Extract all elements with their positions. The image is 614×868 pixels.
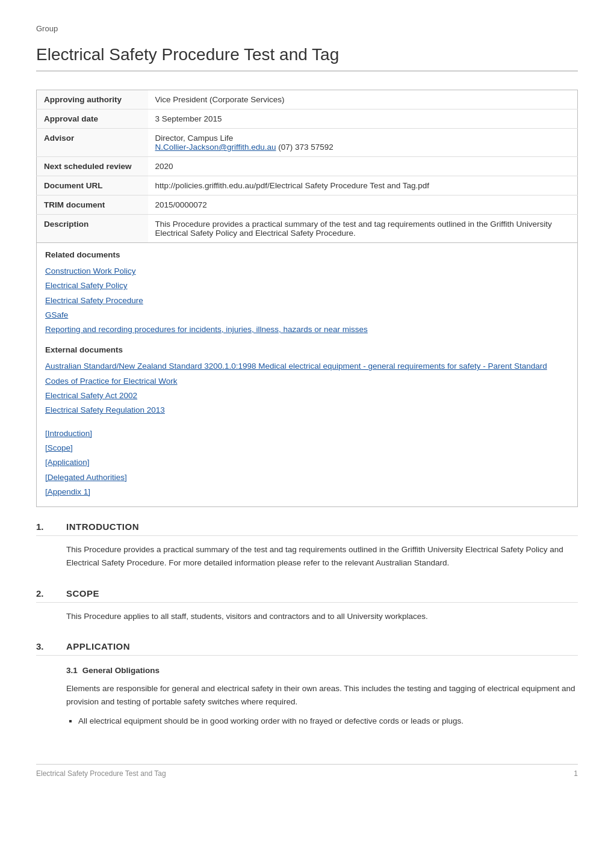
footer-right: 1 xyxy=(574,769,578,778)
external-doc-link[interactable]: Australian Standard/New Zealand Standard… xyxy=(45,359,569,374)
page-title: Electrical Safety Procedure Test and Tag xyxy=(36,45,578,72)
metadata-row: Next scheduled review2020 xyxy=(37,157,578,176)
advisor-email-link[interactable]: N.Collier-Jackson@griffith.edu.au xyxy=(155,143,276,152)
metadata-row: TRIM document2015/0000072 xyxy=(37,195,578,215)
nav-link[interactable]: [Application] xyxy=(45,455,566,470)
metadata-value: Director, Campus LifeN.Collier-Jackson@g… xyxy=(148,129,578,157)
metadata-value: 3 September 2015 xyxy=(148,109,578,129)
metadata-row: DescriptionThis Procedure provides a pra… xyxy=(37,215,578,243)
footer-left: Electrical Safety Procedure Test and Tag xyxy=(36,769,166,778)
section-paragraph: This Procedure provides a practical summ… xyxy=(66,543,578,570)
section-body: This Procedure applies to all staff, stu… xyxy=(36,610,578,623)
related-doc-link[interactable]: GSafe xyxy=(45,308,569,322)
external-docs-subsection: External documents Australian Standard/N… xyxy=(45,345,569,417)
section-paragraph: This Procedure applies to all staff, stu… xyxy=(66,610,578,623)
section-body: This Procedure provides a practical summ… xyxy=(36,543,578,570)
related-doc-link[interactable]: Construction Work Policy xyxy=(45,264,569,279)
metadata-label: Approving authority xyxy=(37,90,148,109)
external-docs-header: External documents xyxy=(45,345,569,354)
metadata-label: TRIM document xyxy=(37,195,148,215)
related-docs-header: Related documents xyxy=(45,250,569,259)
section-number: 3. xyxy=(36,641,54,651)
footer: Electrical Safety Procedure Test and Tag… xyxy=(36,764,578,778)
metadata-label: Description xyxy=(37,215,148,243)
external-doc-link[interactable]: Codes of Practice for Electrical Work xyxy=(45,374,569,389)
metadata-label: Approval date xyxy=(37,109,148,129)
external-doc-link[interactable]: Electrical Safety Act 2002 xyxy=(45,389,569,403)
metadata-value: http://policies.griffith.edu.au/pdf/Elec… xyxy=(148,176,578,195)
metadata-row: Approving authorityVice President (Corpo… xyxy=(37,90,578,109)
related-doc-link[interactable]: Electrical Safety Procedure xyxy=(45,294,569,308)
metadata-label: Document URL xyxy=(37,176,148,195)
section-header-row: 1.INTRODUCTION xyxy=(36,522,578,536)
section-header-row: 3.APPLICATION xyxy=(36,641,578,656)
related-doc-link[interactable]: Electrical Safety Policy xyxy=(45,279,569,293)
nav-link[interactable]: [Delegated Authorities] xyxy=(45,470,566,485)
metadata-value: This Procedure provides a practical summ… xyxy=(148,215,578,243)
related-docs-section: Related documents Construction Work Poli… xyxy=(36,243,578,507)
bullet-item: All electrical equipment should be in go… xyxy=(78,715,578,728)
subsection-title: 3.1General Obligations xyxy=(66,664,578,677)
section-block: 3.APPLICATION3.1General ObligationsEleme… xyxy=(36,641,578,728)
metadata-label: Next scheduled review xyxy=(37,157,148,176)
section-number: 1. xyxy=(36,522,54,532)
section-header-row: 2.SCOPE xyxy=(36,588,578,603)
metadata-row: Approval date3 September 2015 xyxy=(37,109,578,129)
nav-links: [Introduction][Scope][Application][Deleg… xyxy=(45,426,569,499)
section-body: 3.1General ObligationsElements are respo… xyxy=(36,664,578,728)
related-doc-link[interactable]: Reporting and recording procedures for i… xyxy=(45,322,569,337)
metadata-value: 2020 xyxy=(148,157,578,176)
metadata-row: AdvisorDirector, Campus LifeN.Collier-Ja… xyxy=(37,129,578,157)
external-links-list: Australian Standard/New Zealand Standard… xyxy=(45,359,569,417)
main-content: 1.INTRODUCTIONThis Procedure provides a … xyxy=(36,522,578,728)
metadata-label: Advisor xyxy=(37,129,148,157)
subsection-paragraph: Elements are responsible for general and… xyxy=(66,682,578,709)
bullet-list: All electrical equipment should be in go… xyxy=(78,715,578,728)
group-label: Group xyxy=(36,24,578,33)
section-title: INTRODUCTION xyxy=(66,522,139,532)
section-number: 2. xyxy=(36,588,54,599)
metadata-row: Document URLhttp://policies.griffith.edu… xyxy=(37,176,578,195)
section-title: APPLICATION xyxy=(66,641,130,651)
nav-link[interactable]: [Appendix 1] xyxy=(45,485,566,499)
external-doc-link[interactable]: Electrical Safety Regulation 2013 xyxy=(45,403,569,417)
section-title: SCOPE xyxy=(66,588,99,599)
metadata-value: 2015/0000072 xyxy=(148,195,578,215)
section-block: 2.SCOPEThis Procedure applies to all sta… xyxy=(36,588,578,623)
section-block: 1.INTRODUCTIONThis Procedure provides a … xyxy=(36,522,578,570)
metadata-table: Approving authorityVice President (Corpo… xyxy=(36,90,578,243)
metadata-value: Vice President (Corporate Services) xyxy=(148,90,578,109)
related-links-list: Construction Work PolicyElectrical Safet… xyxy=(45,264,569,337)
subsection: 3.1General ObligationsElements are respo… xyxy=(66,664,578,728)
nav-link[interactable]: [Introduction] xyxy=(45,426,566,441)
nav-link[interactable]: [Scope] xyxy=(45,441,566,455)
